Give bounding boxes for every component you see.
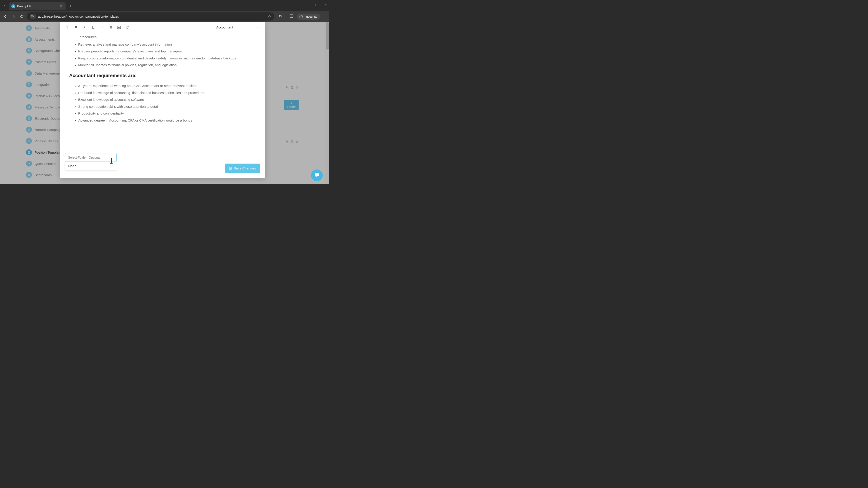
underline-button[interactable]: U <box>90 24 96 31</box>
chat-icon <box>314 172 320 178</box>
list-item: Advanced degree in Accounting; CPA or CM… <box>78 118 256 123</box>
site-info-icon[interactable] <box>30 14 36 19</box>
list-item: Profound knowledge of accounting, financ… <box>78 90 256 96</box>
bold-button[interactable]: B <box>73 24 79 31</box>
minimize-icon[interactable]: ― <box>306 3 309 6</box>
page-area: ✓ Approvals ◎ Assessments ⛨ Background C… <box>0 22 329 184</box>
list-item: Strong computation skills with close att… <box>78 104 256 109</box>
edit-template-modal: ¶ B I U S Accountant ▼ procedures Retrie… <box>60 22 266 178</box>
text-cursor-icon <box>111 158 112 163</box>
maximize-icon[interactable]: ▢ <box>315 3 318 6</box>
template-selected-value: Accountant <box>216 25 233 29</box>
folder-select-input[interactable]: Select Folder (Optional) <box>65 153 117 162</box>
image-button[interactable] <box>116 24 122 31</box>
list-item: Excellent knowledge of accounting softwa… <box>78 97 256 102</box>
list-item: Prepare periodic reports for company's e… <box>78 49 256 54</box>
svg-rect-0 <box>290 15 293 18</box>
svg-point-3 <box>118 26 119 27</box>
extensions-icon[interactable] <box>278 14 282 19</box>
url-text: app.breezy.hr/app/c/moodjoy/company/posi… <box>38 15 266 18</box>
list-button[interactable] <box>107 24 114 31</box>
save-changes-button[interactable]: Save Changes <box>225 164 260 173</box>
editor-body[interactable]: procedures Retrieve, analyze and manage … <box>60 32 266 150</box>
back-button[interactable] <box>2 13 8 20</box>
list-item: 3+ years' experience of working on a Cos… <box>78 84 256 89</box>
browser-tab-strip: ~ Breezy HR ✕ + ― ▢ ✕ <box>0 0 329 11</box>
window-controls: ― ▢ ✕ <box>306 3 327 6</box>
template-dropdown[interactable]: Accountant ▼ <box>188 24 261 31</box>
list-item: Monitor all updates to financial policie… <box>78 63 256 68</box>
svg-rect-2 <box>117 26 121 29</box>
browser-tab-active[interactable]: ~ Breezy HR ✕ <box>9 2 66 10</box>
requirements-list: 3+ years' experience of working on a Cos… <box>78 84 256 123</box>
link-button[interactable] <box>124 24 131 31</box>
folder-option-none[interactable]: None <box>68 164 114 168</box>
bookmark-star-icon[interactable]: ☆ <box>268 14 271 19</box>
list-item: Keep corporate information confidential … <box>78 56 256 61</box>
incognito-label: Incognito <box>305 15 317 18</box>
help-chat-widget[interactable] <box>311 169 323 181</box>
italic-button[interactable]: I <box>81 24 88 31</box>
requirements-heading: Accountant requirements are: <box>69 72 256 79</box>
address-bar[interactable]: app.breezy.hr/app/c/moodjoy/company/posi… <box>27 12 274 21</box>
folder-select-placeholder: Select Folder (Optional) <box>68 156 101 159</box>
incognito-indicator[interactable]: Incognito <box>297 13 320 20</box>
tab-title: Breezy HR <box>17 4 57 8</box>
folder-dropdown-panel: None <box>65 162 117 170</box>
close-window-icon[interactable]: ✕ <box>324 3 327 6</box>
chevron-down-icon: ▼ <box>257 26 259 29</box>
breezy-favicon: ~ <box>11 4 16 8</box>
tab-search-dropdown[interactable] <box>0 0 9 11</box>
browser-toolbar: app.breezy.hr/app/c/moodjoy/company/posi… <box>0 11 329 22</box>
editor-toolbar: ¶ B I U S Accountant ▼ <box>60 22 266 32</box>
close-tab-icon[interactable]: ✕ <box>59 4 63 8</box>
side-panel-icon[interactable] <box>289 14 293 19</box>
chrome-menu-icon[interactable]: ⋮ <box>323 14 327 19</box>
new-tab-button[interactable]: + <box>68 2 73 10</box>
responsibilities-list: Retrieve, analyze and manage company's a… <box>78 42 256 68</box>
modal-footer: Select Folder (Optional) None Save Chang… <box>60 150 266 178</box>
list-item: Productivity and confidentiality <box>78 111 256 116</box>
save-button-label: Save Changes <box>234 166 256 170</box>
strikethrough-button[interactable]: S <box>98 24 105 31</box>
paragraph-format-button[interactable]: ¶ <box>64 24 70 31</box>
list-item: Retrieve, analyze and manage company's a… <box>78 42 256 47</box>
reload-button[interactable] <box>19 13 25 20</box>
forward-button[interactable] <box>10 13 17 20</box>
editor-partial-line: procedures <box>69 35 256 40</box>
